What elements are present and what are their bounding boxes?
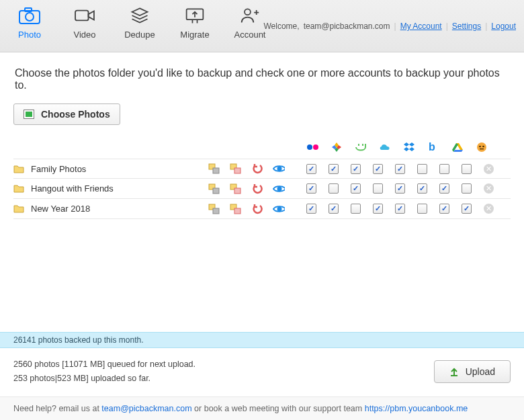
help-prefix: Need help? email us at [13, 404, 101, 413]
service-checkbox-box[interactable] [417, 204, 427, 214]
my-account-link[interactable]: My Account [400, 22, 442, 31]
tab-dedupe[interactable]: Dedupe [120, 5, 160, 40]
svg-rect-14 [213, 168, 219, 173]
eye-icon[interactable] [273, 183, 285, 194]
eye-icon[interactable] [273, 204, 285, 214]
service-checkbox-drive[interactable] [439, 183, 449, 194]
service-checkbox-picmonkey[interactable] [462, 183, 472, 194]
undo-icon[interactable] [251, 183, 263, 194]
tab-photo[interactable]: Photo [9, 5, 50, 40]
svg-rect-16 [234, 168, 241, 173]
choose-photos-button[interactable]: Choose Photos [13, 103, 120, 125]
upload-button[interactable]: Upload [434, 360, 511, 383]
copy-red-icon[interactable] [230, 204, 242, 214]
copy-icon[interactable] [208, 183, 220, 194]
box-icon: b [427, 141, 439, 153]
undo-icon[interactable] [251, 163, 263, 174]
service-checkbox-box[interactable] [417, 164, 427, 174]
service-checkbox-dropbox[interactable] [395, 204, 405, 214]
copy-icon[interactable] [208, 204, 220, 214]
svg-point-10 [479, 146, 481, 148]
service-checkbox-drive[interactable] [439, 204, 449, 214]
top-right-links: Welcome, team@picbackman.com | My Accoun… [263, 22, 516, 31]
service-checkbox-flickr[interactable] [306, 183, 316, 194]
camera-icon [18, 5, 41, 26]
service-header: b [13, 137, 511, 159]
svg-rect-21 [234, 188, 241, 194]
queue-line: 2560 photos [11071 MB] queued for next u… [13, 358, 195, 372]
service-checkbox-dropbox[interactable] [395, 164, 405, 174]
service-checkbox-smugmug[interactable] [351, 183, 361, 194]
copy-icon[interactable] [208, 163, 220, 174]
table-row: Family Photos✕ [13, 159, 511, 179]
svg-rect-28 [451, 375, 457, 376]
google-drive-icon [451, 141, 464, 153]
svg-rect-2 [25, 8, 32, 11]
main-area: Choose the photos folder you'd like to b… [0, 52, 524, 219]
help-url-link[interactable]: https://pbm.youcanbook.me [365, 404, 468, 413]
help-email-link[interactable]: team@picbackman.com [101, 404, 191, 413]
uploaded-line: 253 photos|523 MB] uploaded so far. [13, 372, 195, 386]
tab-migrate[interactable]: Migrate [175, 5, 215, 40]
logout-link[interactable]: Logout [491, 22, 516, 31]
eye-icon[interactable] [273, 163, 285, 174]
remove-row-icon[interactable]: ✕ [484, 164, 494, 174]
smugmug-icon [355, 141, 367, 153]
service-checkbox-flickr[interactable] [306, 164, 316, 174]
folder-name: Family Photos [31, 164, 86, 174]
svg-point-5 [245, 9, 251, 15]
migrate-icon [183, 5, 206, 26]
svg-point-11 [482, 146, 484, 148]
service-checkbox-skydrive[interactable] [373, 183, 383, 194]
account-icon [238, 5, 261, 26]
tab-label: Dedupe [124, 30, 155, 40]
tab-label: Photo [18, 30, 41, 40]
footer: 26141 photos backed up this month. 2560 … [0, 332, 524, 421]
service-checkbox-dropbox[interactable] [395, 183, 405, 194]
remove-row-icon[interactable]: ✕ [484, 204, 494, 214]
svg-point-6 [307, 144, 312, 150]
folder-icon [13, 165, 24, 173]
service-checkbox-flickr[interactable] [306, 204, 316, 214]
service-checkbox-picmonkey[interactable] [462, 164, 472, 174]
svg-rect-19 [213, 188, 219, 194]
settings-link[interactable]: Settings [452, 22, 481, 31]
layers-icon [128, 5, 151, 26]
folder-icon [13, 184, 24, 193]
folder-icon [13, 204, 24, 213]
copy-red-icon[interactable] [230, 183, 242, 194]
instruction-text: Choose the photos folder you'd like to b… [13, 52, 511, 103]
svg-text:b: b [429, 142, 435, 153]
service-checkbox-skydrive[interactable] [373, 204, 383, 214]
folders-table: b Family Photos✕Hangout with Friends✕New… [13, 137, 511, 219]
choose-photos-label: Choose Photos [41, 109, 110, 120]
upload-label: Upload [466, 366, 495, 377]
tab-label: Account [234, 30, 266, 40]
copy-red-icon[interactable] [230, 163, 242, 174]
service-checkbox-smugmug[interactable] [351, 204, 361, 214]
month-status-bar: 26141 photos backed up this month. [0, 332, 524, 348]
service-checkbox-google[interactable] [329, 183, 339, 194]
service-checkbox-box[interactable] [417, 183, 427, 194]
service-checkbox-skydrive[interactable] [373, 164, 383, 174]
tab-label: Video [73, 30, 95, 40]
pic-icon [476, 141, 488, 153]
service-checkbox-google[interactable] [329, 204, 339, 214]
svg-rect-24 [213, 208, 219, 214]
service-checkbox-smugmug[interactable] [351, 164, 361, 174]
main-toolbar: Photo Video Dedupe [0, 0, 524, 52]
svg-point-7 [313, 144, 318, 150]
folder-name: Hangout with Friends [31, 183, 114, 194]
undo-icon[interactable] [251, 204, 263, 214]
svg-rect-3 [75, 11, 89, 21]
remove-row-icon[interactable]: ✕ [484, 183, 494, 194]
dropbox-icon [403, 141, 415, 153]
queue-text: 2560 photos [11071 MB] queued for next u… [13, 358, 195, 386]
service-checkbox-drive[interactable] [439, 164, 449, 174]
service-checkbox-google[interactable] [329, 164, 339, 174]
tab-video[interactable]: Video [64, 5, 105, 40]
svg-rect-26 [234, 208, 241, 214]
tab-label: Migrate [180, 30, 209, 40]
service-checkbox-picmonkey[interactable] [462, 204, 472, 214]
svg-point-27 [278, 207, 281, 210]
